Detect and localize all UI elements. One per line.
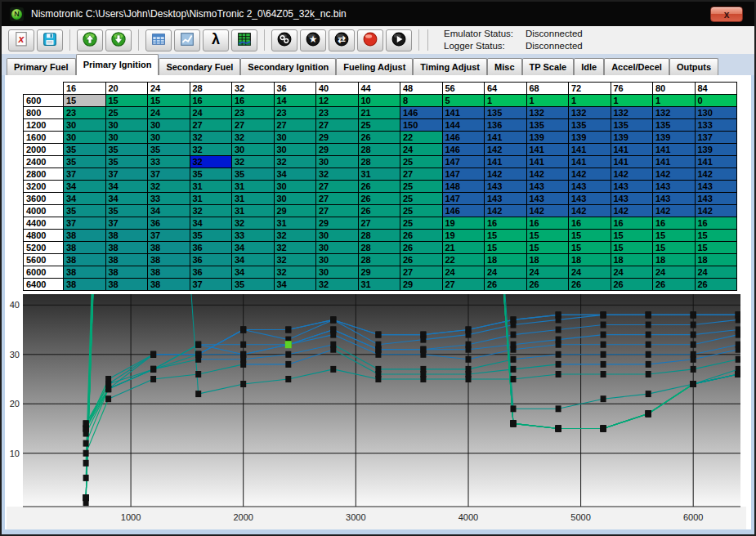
map-cell-6400-84[interactable]: 26 bbox=[695, 279, 737, 291]
map-cell-600-36[interactable]: 14 bbox=[274, 95, 316, 107]
map-cell-3200-48[interactable]: 25 bbox=[400, 181, 443, 193]
map-cell-5200-20[interactable]: 38 bbox=[105, 242, 148, 254]
map-cell-1200-24[interactable]: 30 bbox=[148, 119, 190, 132]
map-cell-2800-32[interactable]: 35 bbox=[232, 168, 275, 181]
map-cell-3200-24[interactable]: 32 bbox=[148, 181, 190, 193]
map-cell-4000-32[interactable]: 31 bbox=[232, 205, 275, 217]
tab-timing-adjust[interactable]: Timing Adjust bbox=[413, 58, 487, 75]
map-cell-6000-68[interactable]: 24 bbox=[526, 266, 569, 279]
map-cell-600-20[interactable]: 15 bbox=[105, 95, 148, 107]
record-button[interactable] bbox=[357, 29, 383, 51]
map-cell-6000-40[interactable]: 30 bbox=[316, 266, 359, 279]
tab-accel-decel[interactable]: Accel/Decel bbox=[604, 58, 669, 75]
map-cell-2000-76[interactable]: 141 bbox=[611, 144, 653, 156]
map-cell-6400-80[interactable]: 26 bbox=[653, 279, 696, 291]
map-cell-3600-28[interactable]: 31 bbox=[190, 193, 232, 205]
map-cell-6000-20[interactable]: 38 bbox=[105, 266, 148, 279]
map-cell-1600-56[interactable]: 146 bbox=[442, 132, 485, 144]
map-cell-2000-28[interactable]: 32 bbox=[190, 144, 232, 156]
map-cell-4400-72[interactable]: 16 bbox=[569, 217, 611, 230]
map-cell-3200-64[interactable]: 143 bbox=[485, 181, 527, 193]
map-cell-4400-68[interactable]: 16 bbox=[526, 217, 569, 230]
map-cell-2000-72[interactable]: 141 bbox=[569, 144, 611, 156]
map-cell-6000-76[interactable]: 24 bbox=[611, 266, 653, 279]
map-cell-2000-20[interactable]: 35 bbox=[105, 144, 148, 156]
map-cell-3600-24[interactable]: 33 bbox=[148, 193, 190, 205]
map-cell-1200-32[interactable]: 27 bbox=[232, 119, 275, 132]
tab-outputs[interactable]: Outputs bbox=[669, 58, 718, 75]
map-cell-6400-48[interactable]: 29 bbox=[400, 279, 443, 291]
map-cell-5200-24[interactable]: 38 bbox=[148, 242, 190, 254]
map-cell-600-76[interactable]: 1 bbox=[611, 95, 653, 107]
map-cell-1600-80[interactable]: 139 bbox=[653, 132, 696, 144]
map-cell-3200-44[interactable]: 26 bbox=[358, 181, 400, 193]
map-cell-1200-64[interactable]: 136 bbox=[485, 119, 527, 132]
map-cell-4800-28[interactable]: 35 bbox=[190, 230, 232, 242]
map-cell-4400-16[interactable]: 37 bbox=[64, 217, 106, 230]
map-cell-600-40[interactable]: 12 bbox=[316, 95, 359, 107]
map-cell-4000-28[interactable]: 32 bbox=[190, 205, 232, 217]
map-cell-4000-72[interactable]: 142 bbox=[569, 205, 611, 217]
map-cell-2000-36[interactable]: 30 bbox=[274, 144, 316, 156]
map-cell-3200-76[interactable]: 143 bbox=[611, 181, 653, 193]
map-cell-800-80[interactable]: 132 bbox=[653, 107, 696, 119]
map-cell-4000-64[interactable]: 142 bbox=[485, 205, 527, 217]
map-cell-2800-48[interactable]: 27 bbox=[400, 168, 443, 181]
map-cell-600-44[interactable]: 10 bbox=[358, 95, 400, 107]
map-cell-800-28[interactable]: 24 bbox=[190, 107, 232, 119]
upload-button[interactable] bbox=[77, 29, 103, 51]
map-cell-5200-40[interactable]: 30 bbox=[316, 242, 359, 254]
map-cell-4400-32[interactable]: 32 bbox=[232, 217, 275, 230]
map-cell-4000-76[interactable]: 142 bbox=[611, 205, 653, 217]
map-cell-5600-16[interactable]: 38 bbox=[64, 254, 106, 266]
map-cell-800-32[interactable]: 23 bbox=[232, 107, 275, 119]
map-cell-4400-56[interactable]: 19 bbox=[442, 217, 485, 230]
map-cell-2800-64[interactable]: 142 bbox=[485, 168, 527, 181]
map-cell-4000-24[interactable]: 34 bbox=[148, 205, 190, 217]
map-cell-5200-80[interactable]: 15 bbox=[653, 242, 696, 254]
map-cell-4000-56[interactable]: 146 bbox=[442, 205, 485, 217]
close-button[interactable]: x bbox=[710, 7, 743, 22]
map-cell-2000-40[interactable]: 29 bbox=[316, 144, 359, 156]
map-cell-3200-56[interactable]: 148 bbox=[442, 181, 485, 193]
map-cell-2000-80[interactable]: 141 bbox=[653, 144, 696, 156]
map-cell-1600-16[interactable]: 30 bbox=[64, 132, 106, 144]
map-cell-4000-20[interactable]: 35 bbox=[105, 205, 148, 217]
map-cell-4400-80[interactable]: 16 bbox=[653, 217, 696, 230]
map-cell-2800-68[interactable]: 142 bbox=[526, 168, 569, 181]
map-cell-800-40[interactable]: 23 bbox=[316, 107, 359, 119]
export-excel-button[interactable]: x bbox=[8, 29, 34, 51]
map-cell-6000-24[interactable]: 38 bbox=[148, 266, 190, 279]
map-cell-3600-36[interactable]: 30 bbox=[274, 193, 316, 205]
map-cell-1200-40[interactable]: 27 bbox=[316, 119, 359, 132]
map-cell-2000-56[interactable]: 146 bbox=[442, 144, 485, 156]
map-cell-6000-36[interactable]: 32 bbox=[274, 266, 316, 279]
map-cell-6000-72[interactable]: 24 bbox=[569, 266, 611, 279]
map-cell-3600-56[interactable]: 147 bbox=[442, 193, 485, 205]
map-cell-3600-44[interactable]: 26 bbox=[358, 193, 400, 205]
map-cell-1200-16[interactable]: 30 bbox=[64, 119, 106, 132]
tab-secondary-ignition[interactable]: Secondary Ignition bbox=[240, 58, 336, 75]
map-cell-4800-16[interactable]: 38 bbox=[64, 230, 106, 242]
map-cell-2400-84[interactable]: 141 bbox=[695, 156, 737, 168]
map-trace-chart[interactable]: 10203040100020003000400050006000 bbox=[7, 294, 746, 529]
map-cell-3200-68[interactable]: 143 bbox=[526, 181, 569, 193]
map-cell-3600-80[interactable]: 143 bbox=[653, 193, 696, 205]
map-cell-5200-28[interactable]: 36 bbox=[190, 242, 232, 254]
map-cell-5200-72[interactable]: 15 bbox=[569, 242, 611, 254]
map-cell-600-84[interactable]: 0 bbox=[695, 95, 737, 107]
map-cell-3200-32[interactable]: 31 bbox=[232, 181, 275, 193]
map-cell-1200-20[interactable]: 30 bbox=[105, 119, 148, 132]
map-cell-3200-72[interactable]: 143 bbox=[569, 181, 611, 193]
map-cell-6000-84[interactable]: 24 bbox=[695, 266, 737, 279]
map-cell-6400-56[interactable]: 27 bbox=[442, 279, 485, 291]
map-cell-1200-84[interactable]: 133 bbox=[695, 119, 737, 132]
tab-tp-scale[interactable]: TP Scale bbox=[522, 58, 575, 75]
download-button[interactable] bbox=[105, 29, 132, 51]
map-cell-4800-56[interactable]: 19 bbox=[442, 230, 485, 242]
map-cell-800-24[interactable]: 24 bbox=[148, 107, 190, 119]
map-cell-2400-28[interactable]: 32 bbox=[190, 156, 232, 168]
map-cell-800-84[interactable]: 130 bbox=[695, 107, 737, 119]
map-cell-6400-20[interactable]: 38 bbox=[105, 279, 148, 291]
map-cell-600-24[interactable]: 15 bbox=[148, 95, 190, 107]
